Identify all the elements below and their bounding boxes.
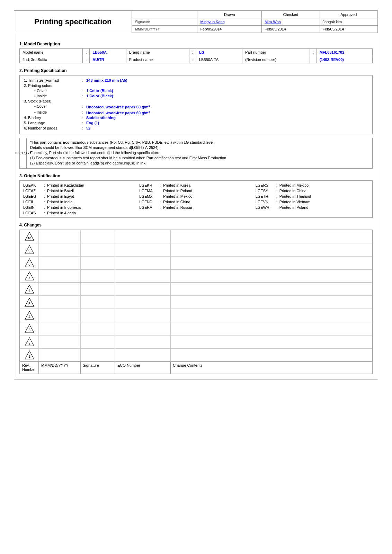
lgend-colon: : <box>158 200 163 204</box>
change-date-7 <box>39 269 80 283</box>
change-date-1 <box>39 348 80 361</box>
changes-footer-col2: MMM/DD/YYYY <box>39 361 80 374</box>
lgeil-code: LGEIL <box>23 200 42 204</box>
lgeak-code: LGEAK <box>23 183 42 187</box>
section3-title: 3. Origin Notification <box>19 173 373 178</box>
origin-grid: LGEAK : Printed in Kazakhstan LGEKR : Pr… <box>22 183 370 215</box>
section4-title: 4. Changes <box>19 223 373 227</box>
spec-inside-stock: • Inside : Uncoated, wood-free paper 60 … <box>34 110 368 115</box>
language-value: Eng (1) <box>86 121 99 125</box>
lgeeg-code: LGEEG <box>23 194 42 198</box>
model-name-value: LB550A <box>90 49 126 56</box>
origin-lgeil: LGEIL : Printed in India <box>22 199 138 204</box>
cover-stock-value: Uncoated, wood-free paper 60 g/m2 <box>86 104 150 109</box>
lgewr-code: LGEWR <box>256 205 275 209</box>
origin-lgemx: LGEMX Printed in Mexico <box>138 194 254 199</box>
spec-colors-sub: • Cover : 1 Color (Black) • Inside : 1 C… <box>24 89 368 98</box>
rev-2-triangle: 2 <box>24 337 35 347</box>
note-box: N O T E *This part contains Eco-hazardou… <box>19 138 373 169</box>
lgemx-desc: Printed in Mexico <box>163 194 192 198</box>
suffix-label: 2nd, 3rd Suffix <box>20 56 83 63</box>
spec-cover-stock: • Cover : Uncoated, wood-free paper 60 g… <box>34 104 368 109</box>
brand-name-label: Brand name <box>126 49 189 56</box>
change-eco-9 <box>115 243 170 256</box>
change-sig-2 <box>80 335 115 348</box>
svg-text:7: 7 <box>28 276 30 279</box>
signature-label: Signature <box>132 18 197 26</box>
spec-colors-label: 2. Printing colors <box>24 83 79 88</box>
spec-inside-color: • Inside : 1 Color (Black) <box>34 94 368 98</box>
approval-header-row: Drawn Checked Approved <box>132 11 378 18</box>
part-number-colon: : <box>310 49 317 56</box>
changes-footer-col3: Signature <box>80 361 115 374</box>
change-content-2 <box>170 335 372 348</box>
cover-colon: : <box>79 89 86 93</box>
product-name-colon: : <box>189 56 196 63</box>
changes-footer-col4: ECO Number <box>115 361 170 374</box>
lgesy-desc: Printed in China <box>279 189 306 193</box>
change-sig-9 <box>80 243 115 256</box>
spec-pages-row: 6. Number of pages : 52 <box>24 126 368 130</box>
change-rev-9: 9 <box>20 243 39 256</box>
change-eco-1 <box>115 348 170 361</box>
model-name-colon: : <box>83 49 90 56</box>
approval-approved-header: Approved <box>320 11 377 18</box>
origin-lgeeg: LGEEG : Printed in Egypt <box>22 194 138 199</box>
origin-box: LGEAK : Printed in Kazakhstan LGEKR : Pr… <box>19 180 373 218</box>
change-rev-6: 6 <box>20 283 39 296</box>
change-date-3 <box>39 322 80 335</box>
spec-language-row: 5. Language : Eng (1) <box>24 121 368 125</box>
change-content-9 <box>170 243 372 256</box>
svg-text:1: 1 <box>28 355 30 358</box>
lgeas-desc: Printed in Algeria <box>47 211 76 215</box>
lgera-desc: Printed in Russia <box>163 205 192 209</box>
spec-box: 1. Trim size (Format) : 148 mm x 210 mm … <box>19 75 373 134</box>
spec-colors-row: 2. Printing colors <box>24 83 368 88</box>
lgera-code: LGERA <box>139 205 158 209</box>
note-line-4: (1) Eco-hazardous substances test report… <box>30 156 369 160</box>
suffix-value: AU/TR <box>90 56 126 63</box>
bindery-value: Saddle stitching <box>86 116 116 120</box>
origin-lgeaz: LGEAZ : Printed in Brazil <box>22 188 138 193</box>
lgeil-colon: : <box>42 200 47 204</box>
svg-text:5: 5 <box>28 302 30 306</box>
svg-text:4: 4 <box>28 315 30 319</box>
inside-colon: : <box>79 94 86 98</box>
svg-text:2: 2 <box>28 341 30 345</box>
change-rev-1: 1 <box>20 348 39 361</box>
product-name-value: LB550A-TA <box>196 56 242 63</box>
date-label: MMM/DD/YYYY <box>132 26 197 33</box>
change-rev-8: 8 <box>20 256 39 269</box>
lgevn-code: LGEVN <box>256 200 275 204</box>
origin-lgevn: LGEVN : Printed in Vietnam <box>254 199 370 204</box>
change-eco-7 <box>115 269 170 283</box>
checked-name: Mira.Woo <box>262 18 320 26</box>
origin-lgers: LGERS : Printed in Mexico <box>254 183 370 188</box>
change-eco-8 <box>115 256 170 269</box>
change-eco-2 <box>115 335 170 348</box>
lgekr-code: LGEKR <box>139 183 158 187</box>
drawn-name: Mingyun.Kang <box>197 18 262 26</box>
lgeaz-desc: Printed in Brazil <box>47 189 74 193</box>
lgein-desc: Printed in Indonesia <box>47 205 81 209</box>
brand-name-value: LG <box>196 49 242 56</box>
lgers-desc: Printed in Mexico <box>279 183 309 187</box>
change-rev-4: 4 <box>20 309 39 322</box>
spec-language-label: 5. Language <box>24 121 79 125</box>
lgeaz-code: LGEAZ <box>23 189 42 193</box>
origin-lgeth: LGETH : Printed in Thailand <box>254 194 370 199</box>
svg-text:8: 8 <box>28 262 30 266</box>
change-sig-3 <box>80 322 115 335</box>
change-sig-7 <box>80 269 115 283</box>
spec-stock-sub: • Cover : Uncoated, wood-free paper 60 g… <box>24 104 368 115</box>
part-number-value: MFL68161702 <box>317 49 372 56</box>
lgers-colon: : <box>275 183 279 187</box>
change-rev-5: 5 <box>20 296 39 309</box>
change-content-10 <box>170 230 372 243</box>
pages-colon: : <box>79 126 86 130</box>
drawn-date: Feb/05/2014 <box>197 26 262 33</box>
spec-bindery-row: 4. Bindery : Saddle stitching <box>24 116 368 120</box>
svg-text:10: 10 <box>27 236 31 240</box>
model-name-label: Model name <box>20 49 83 56</box>
lgera-colon: : <box>158 205 163 209</box>
